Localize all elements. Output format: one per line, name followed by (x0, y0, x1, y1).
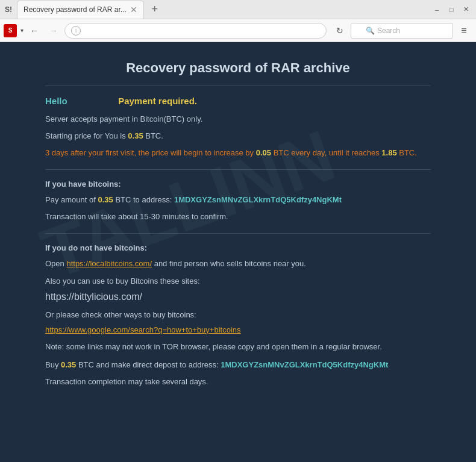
search-icon: 🔍 (366, 27, 375, 35)
no-bitcoins-header: If you do not have bitcoins: (45, 243, 431, 252)
starting-price-text: Starting price for You is 0.35 BTC. (45, 130, 431, 143)
forward-button: → (45, 22, 62, 39)
menu-button[interactable]: ≡ (456, 22, 472, 39)
exchange-link-list: https://bittylicious.com/ (45, 292, 431, 302)
mid-divider2 (45, 233, 431, 234)
back-button[interactable]: ← (26, 22, 43, 39)
page-inner: Recovery password of RAR archive Hello P… (33, 42, 443, 417)
dropdown-arrow[interactable]: ▾ (20, 27, 23, 34)
pay-amount-highlight: 0.35 (98, 195, 113, 204)
reload-button[interactable]: ↻ (331, 22, 348, 39)
info-icon: i (71, 26, 81, 36)
greeting-section: Hello Payment required. Server accepts p… (45, 96, 431, 160)
buy-btc-text: Buy 0.35 BTC and make direct depost to a… (45, 358, 431, 372)
search-placeholder: Search (377, 27, 400, 35)
title-bar: S! Recovery password of RAR ar... ✕ + – … (0, 0, 476, 19)
no-bitcoins-section: If you do not have bitcoins: Open https:… (45, 243, 431, 389)
open-localbitcoins-text: Open https://localbitcoins.com/ and find… (45, 257, 431, 270)
minimize-button[interactable]: – (431, 4, 442, 15)
pay-amount-text: Pay amount of 0.35 BTC to address: 1MDXG… (45, 193, 431, 207)
have-bitcoins-header: If you have bitcoins: (45, 179, 431, 189)
browser-frame: S! Recovery password of RAR ar... ✕ + – … (0, 0, 476, 462)
page-content: Recovery password of RAR archive Hello P… (0, 42, 476, 462)
payment-required-text: Payment required. (118, 96, 197, 106)
bitcoin-address: 1MDXGYZsnMNvZGLXkrnTdQ5Kdfzy4NgKMt (174, 195, 342, 204)
also-use-text: Also you can use to buy Bitcoins these s… (45, 275, 431, 288)
page-wrapper: Recovery password of RAR archive Hello P… (0, 42, 476, 417)
max-price: 1.85 (381, 148, 396, 157)
hello-text: Hello (45, 96, 67, 106)
google-search-link[interactable]: https://www.google.com/search?q=how+to+b… (45, 325, 431, 334)
search-bar[interactable]: 🔍 Search (351, 23, 453, 39)
server-accepts-text: Server accepts payment in Bitcoin(BTC) o… (45, 113, 431, 126)
s-logo: S (4, 24, 17, 37)
note-text: Note: some links may not work in TOR bro… (45, 340, 431, 354)
new-tab-button[interactable]: + (146, 1, 163, 18)
tab-title: Recovery password of RAR ar... (23, 5, 127, 14)
close-window-button[interactable]: ✕ (460, 4, 471, 15)
price-highlight: 0.35 (128, 131, 143, 140)
tab[interactable]: Recovery password of RAR ar... ✕ (17, 1, 144, 19)
have-bitcoins-section: If you have bitcoins: Pay amount of 0.35… (45, 179, 431, 223)
tab-close[interactable]: ✕ (130, 5, 137, 14)
buy-amount-highlight: 0.35 (61, 360, 76, 369)
completion-text: Transaction completion may take several … (45, 375, 431, 389)
price-increase-text: 3 days after your first visit, the price… (45, 146, 431, 160)
maximize-button[interactable]: □ (446, 4, 457, 15)
top-divider (45, 86, 431, 86)
localbitcoins-link[interactable]: https://localbitcoins.com/ (66, 259, 152, 268)
confirm-time-text: Transaction will take about 15-30 minute… (45, 210, 431, 223)
app-logo: S! (5, 5, 12, 14)
increase-amount: 0.05 (256, 148, 271, 157)
mid-divider1 (45, 169, 431, 170)
nav-bar: S ▾ ← → i ↻ 🔍 Search ≡ (0, 19, 476, 42)
buy-address: 1MDXGYZsnMNvZGLXkrnTdQ5Kdfzy4NgKMt (221, 360, 388, 369)
page-title: Recovery password of RAR archive (45, 60, 431, 76)
or-check-text: Or please check other ways to buy bitcoi… (45, 308, 431, 322)
url-bar[interactable]: i (64, 23, 327, 39)
